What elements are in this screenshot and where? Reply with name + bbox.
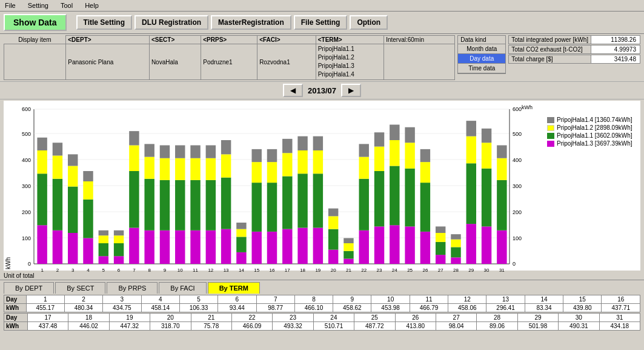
tab-by-faci[interactable]: By FACI xyxy=(159,282,206,294)
svg-text:5: 5 xyxy=(102,268,105,273)
svg-rect-104 xyxy=(374,171,384,226)
menu-help[interactable]: Help xyxy=(82,1,101,10)
svg-rect-70 xyxy=(236,223,246,229)
table-cell: 30 xyxy=(559,314,599,322)
menu-setting[interactable]: Setting xyxy=(25,1,51,10)
table-cell: 466.09 xyxy=(231,322,272,331)
svg-rect-95 xyxy=(344,259,353,264)
option-button[interactable]: Option xyxy=(350,15,388,30)
table-cell: 466.79 xyxy=(410,304,448,312)
svg-rect-63 xyxy=(221,229,231,264)
menu-file[interactable]: File xyxy=(2,1,18,10)
show-data-button[interactable]: Show Data xyxy=(4,14,67,31)
month-data-button[interactable]: Month data xyxy=(458,44,505,54)
svg-rect-41 xyxy=(129,146,139,172)
table-cell: 98.77 xyxy=(256,304,294,312)
svg-rect-43 xyxy=(144,231,154,264)
menu-tool[interactable]: Tool xyxy=(58,1,75,10)
svg-rect-56 xyxy=(190,180,200,231)
svg-rect-89 xyxy=(313,150,323,173)
tab-by-prps[interactable]: By PRPS xyxy=(107,282,158,294)
svg-rect-100 xyxy=(359,179,369,231)
svg-rect-79 xyxy=(282,229,292,264)
svg-rect-40 xyxy=(129,171,139,228)
dlu-registration-button[interactable]: DLU Registration xyxy=(134,15,208,30)
time-data-button[interactable]: Time data xyxy=(458,64,505,73)
tab-by-dept[interactable]: By DEPT xyxy=(4,282,54,294)
svg-text:400: 400 xyxy=(22,157,31,163)
svg-rect-116 xyxy=(420,183,430,232)
table-cell: 493.32 xyxy=(273,322,313,331)
svg-rect-125 xyxy=(451,240,460,247)
y-axis-label: kWh xyxy=(4,101,13,271)
next-button[interactable]: ▶ xyxy=(341,84,361,97)
svg-text:7: 7 xyxy=(133,268,136,273)
table-cell: 14 xyxy=(525,295,563,304)
svg-rect-134 xyxy=(482,129,491,143)
svg-text:1: 1 xyxy=(41,268,44,273)
svg-rect-87 xyxy=(313,228,323,264)
svg-rect-138 xyxy=(497,146,506,158)
data-table: Day 1 2 3 4 5 6 7 8 9 10 11 12 13 14 15 … xyxy=(0,294,644,332)
svg-rect-29 xyxy=(83,181,93,200)
svg-rect-33 xyxy=(99,235,108,243)
master-registration-button[interactable]: MasterRegistration xyxy=(211,15,291,30)
svg-rect-27 xyxy=(83,238,93,264)
tab-by-sect[interactable]: By SECT xyxy=(55,282,105,294)
svg-rect-60 xyxy=(206,180,216,231)
svg-rect-67 xyxy=(236,252,246,264)
svg-text:21: 21 xyxy=(346,268,351,273)
svg-rect-22 xyxy=(53,143,62,155)
prev-button[interactable]: ◀ xyxy=(283,84,303,97)
table-day-label2: Day xyxy=(4,314,28,322)
svg-text:600: 600 xyxy=(22,106,31,112)
legend-item: PripojHala1.1 [3602.09kWh] xyxy=(547,132,637,139)
table-cell: 1 xyxy=(26,295,64,304)
svg-rect-24 xyxy=(68,187,78,234)
table-cell: 27 xyxy=(436,314,476,322)
table-cell: 439.80 xyxy=(563,304,602,312)
svg-text:4: 4 xyxy=(87,268,90,273)
table-cell: 20 xyxy=(150,314,191,322)
svg-rect-97 xyxy=(344,243,353,251)
svg-rect-23 xyxy=(68,233,78,264)
svg-rect-61 xyxy=(206,158,216,180)
title-setting-button[interactable]: Title Setting xyxy=(76,15,132,30)
chart-area: kWh 600 500 400 300 200 100 0 xyxy=(4,101,640,271)
svg-rect-58 xyxy=(190,146,200,158)
svg-rect-114 xyxy=(405,127,414,143)
legend-item: PripojHala1.2 [2898.09kWh] xyxy=(547,124,637,131)
svg-rect-20 xyxy=(53,179,62,231)
chart-legend: PripojHala1.4 [1360.74kWh] PripojHala1.2… xyxy=(543,101,640,271)
svg-text:300: 300 xyxy=(513,183,522,189)
svg-rect-115 xyxy=(420,232,430,264)
svg-rect-17 xyxy=(37,150,47,173)
file-setting-button[interactable]: File Setting xyxy=(294,15,348,30)
svg-rect-19 xyxy=(53,231,62,264)
svg-rect-53 xyxy=(175,158,185,180)
day-data-button[interactable]: Day data xyxy=(458,54,505,64)
svg-text:3: 3 xyxy=(71,268,75,273)
svg-rect-121 xyxy=(436,233,445,242)
svg-text:20: 20 xyxy=(331,268,336,273)
svg-rect-98 xyxy=(344,238,353,244)
svg-rect-113 xyxy=(405,143,414,169)
svg-rect-62 xyxy=(206,146,216,158)
svg-text:15: 15 xyxy=(254,268,259,273)
svg-rect-131 xyxy=(482,226,491,264)
svg-rect-74 xyxy=(251,149,261,162)
table-cell: 447.32 xyxy=(109,322,150,331)
svg-text:0: 0 xyxy=(513,261,516,267)
tab-by-term[interactable]: By TERM xyxy=(208,282,260,294)
svg-text:9: 9 xyxy=(164,268,167,273)
svg-rect-15 xyxy=(37,225,47,264)
svg-rect-75 xyxy=(267,232,277,264)
table-cell: 455.17 xyxy=(26,304,64,312)
data-kind-panel: Data kind Month data Day data Time data xyxy=(457,35,506,74)
svg-rect-57 xyxy=(190,158,200,180)
svg-rect-84 xyxy=(297,173,307,227)
svg-text:200: 200 xyxy=(22,209,31,215)
svg-rect-101 xyxy=(359,157,369,179)
table-cell: 480.34 xyxy=(64,304,102,312)
table-cell: 19 xyxy=(109,314,150,322)
